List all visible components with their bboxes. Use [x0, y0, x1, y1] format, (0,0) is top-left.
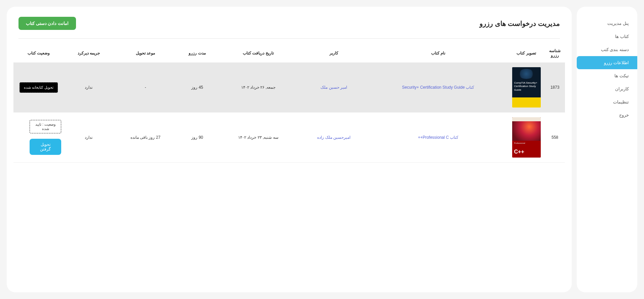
col-due: موعد تحویل	[114, 44, 177, 62]
cell-late-fee: ندارد	[64, 62, 114, 113]
cell-duration: 90 روز	[177, 113, 217, 163]
cell-image: CompTIA Security+ Certification Study Gu…	[508, 62, 545, 113]
status-approved-badge: وضعیت : تایید شده	[30, 120, 61, 133]
user-link[interactable]: امیرحسین ملک زاده	[317, 135, 350, 140]
sidebar-item-logout[interactable]: خروج	[577, 109, 637, 122]
table-row: 558 Professional C++ کتاب Professional C…	[13, 113, 565, 163]
reservations-table: شناسه رزرو تصویر کتاب نام کتاب کاربر تار…	[13, 44, 565, 163]
status-returned-badge: تحویل کتابخانه شده	[20, 82, 58, 93]
book-cover-image: CompTIA Security+ Certification Study Gu…	[512, 67, 541, 108]
sidebar: پنل مدیریت کتاب ها دسته بندی کتب اطلاعات…	[577, 7, 637, 292]
cell-id: 558	[545, 113, 565, 163]
cell-late-fee: ندارد	[64, 113, 114, 163]
main-panel: مدیریت درخواست های رزرو امانت دادن دستی …	[7, 7, 572, 292]
cell-receive-date: جمعه, ۲۶ خرداد ۱۴۰۲	[217, 62, 299, 113]
cell-status: تحویل کتابخانه شده	[13, 62, 64, 113]
divider	[18, 38, 560, 39]
cell-id: 1873	[545, 62, 565, 113]
cell-due: 27 روز باقی مانده	[114, 113, 177, 163]
sidebar-item-books[interactable]: کتاب ها	[577, 30, 637, 43]
cell-duration: 45 روز	[177, 62, 217, 113]
sidebar-item-settings[interactable]: تنظیمات	[577, 95, 637, 109]
book-name-link[interactable]: کتاب Security+ Certification Study Guide	[402, 85, 474, 90]
sidebar-item-dashboard[interactable]: پنل مدیریت	[577, 17, 637, 30]
col-duration: مدت رزرو	[177, 44, 217, 62]
table-header-row: شناسه رزرو تصویر کتاب نام کتاب کاربر تار…	[13, 44, 565, 62]
main-header: مدیریت درخواست های رزرو امانت دادن دستی …	[13, 17, 565, 30]
receive-button[interactable]: تحویل گرفتن	[30, 139, 61, 155]
cell-receive-date: سه شنبه, ۲۳ خرداد ۱۴۰۲	[217, 113, 299, 163]
col-book-image: تصویر کتاب	[508, 44, 545, 62]
cover-sub-text: Professional	[514, 142, 525, 144]
table-row: 1873 CompTIA Security+ Certification Stu…	[13, 62, 565, 113]
cover-title-text: C++	[514, 149, 524, 155]
cell-status: وضعیت : تایید شده تحویل گرفتن	[13, 113, 64, 163]
col-book-name: نام کتاب	[369, 44, 508, 62]
col-receive-date: تاریخ دریافت کتاب	[217, 44, 299, 62]
book-cover-image: Professional C++	[512, 117, 541, 158]
sidebar-item-tickets[interactable]: تیکت ها	[577, 69, 637, 82]
manual-lend-button[interactable]: امانت دادن دستی کتاب	[18, 17, 76, 30]
cell-image: Professional C++	[508, 113, 545, 163]
col-status: وضعیت کتاب	[13, 44, 64, 62]
cover-title-text: CompTIA Security+ Certification Study Gu…	[514, 81, 541, 92]
sidebar-item-reservations[interactable]: اطلاعات رزرو	[577, 56, 637, 69]
col-user: کاربر	[299, 44, 369, 62]
book-name-link[interactable]: کتاب Professional C++	[418, 135, 458, 140]
sidebar-item-categories[interactable]: دسته بندی کتب	[577, 43, 637, 56]
user-link[interactable]: امیر حسین ملک	[320, 85, 347, 90]
col-reserve-id: شناسه رزرو	[545, 44, 565, 62]
col-late-fee: جریمه دیرکرد	[64, 44, 114, 62]
cell-due: -	[114, 62, 177, 113]
sidebar-item-users[interactable]: کاربران	[577, 82, 637, 95]
page-title: مدیریت درخواست های رزرو	[480, 19, 560, 28]
